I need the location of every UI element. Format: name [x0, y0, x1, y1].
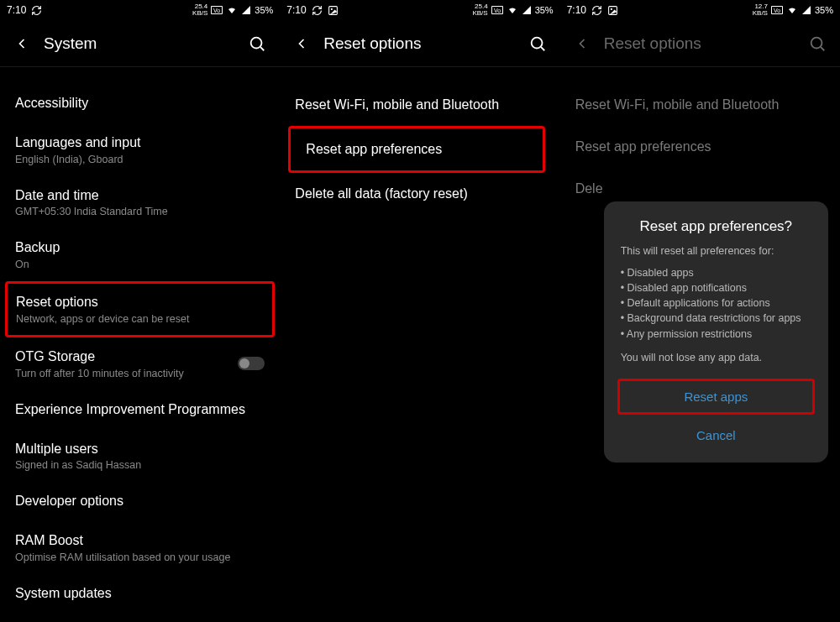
item-title: Reset Wi-Fi, mobile and Bluetooth — [295, 97, 499, 112]
page-title: System — [44, 34, 234, 53]
item-title: OTG Storage — [15, 348, 184, 366]
item-subtitle: Network, apps or device can be reset — [16, 313, 264, 325]
item-developer-options[interactable]: Developer options — [0, 482, 280, 521]
item-subtitle: English (India), Gboard — [15, 154, 265, 165]
item-otg-storage[interactable]: OTG Storage Turn off after 10 minutes of… — [0, 337, 280, 390]
item-reset-options[interactable]: Reset options Network, apps or device ca… — [5, 281, 275, 337]
item-title: Reset app preferences — [306, 142, 442, 156]
dialog-note: You will not lose any app data. — [621, 352, 811, 363]
dialog-bullet: Default applications for actions — [621, 295, 811, 311]
item-subtitle: On — [15, 259, 265, 270]
item-title: Developer options — [15, 493, 265, 510]
item-backup[interactable]: Backup On — [0, 228, 280, 281]
svg-point-3 — [251, 37, 262, 48]
svg-line-18 — [821, 47, 824, 50]
item-system-updates[interactable]: System updates — [0, 574, 280, 614]
search-icon — [808, 34, 827, 53]
item-subtitle: Turn off after 10 minutes of inactivity — [15, 368, 184, 379]
back-icon — [574, 35, 591, 52]
panel-reset-options: 7:10 25.4KB/S Vo 35% Reset options Reset… — [280, 0, 559, 622]
item-title: Reset Wi-Fi, mobile and Bluetooth — [575, 97, 780, 112]
item-accessibility[interactable]: Accessibility — [0, 84, 280, 123]
battery-text: 35% — [815, 5, 833, 15]
item-title: Accessibility — [15, 95, 265, 112]
signal-icon — [801, 5, 811, 15]
wifi-icon — [507, 5, 518, 15]
svg-text:Vo: Vo — [494, 8, 501, 13]
panel-system: 7:10 25.4KB/S Vo 35% System Accessibilit… — [0, 0, 280, 622]
sync-icon — [591, 5, 602, 16]
otg-toggle[interactable] — [238, 357, 265, 370]
svg-point-13 — [611, 8, 612, 9]
status-time: 7:10 — [567, 4, 586, 16]
status-time: 7:10 — [286, 4, 306, 16]
item-title: System updates — [15, 585, 265, 603]
svg-text:Vo: Vo — [774, 8, 780, 13]
volte-icon: Vo — [771, 6, 783, 14]
search-icon[interactable] — [528, 34, 547, 53]
back-icon[interactable] — [293, 35, 310, 52]
back-icon[interactable] — [13, 35, 30, 52]
svg-point-6 — [330, 8, 332, 9]
status-bar: 7:10 12.7KB/S Vo 35% — [560, 0, 840, 20]
item-title: Backup — [15, 239, 265, 257]
item-experience-improvement[interactable]: Experience Improvement Programmes — [0, 390, 280, 430]
item-reset-app-preferences[interactable]: Reset app preferences — [288, 126, 544, 173]
item-subtitle: GMT+05:30 India Standard Time — [15, 206, 265, 217]
wifi-icon — [226, 5, 238, 15]
header-reset-dimmed: Reset options — [560, 20, 840, 67]
item-title: RAM Boost — [15, 532, 265, 550]
dialog-bullet: Background data restrictions for apps — [621, 311, 811, 326]
dialog-lead: This will reset all preferences for: — [621, 245, 811, 257]
item-subtitle: Signed in as Sadiq Hassan — [15, 459, 265, 471]
image-icon — [328, 5, 339, 16]
svg-text:Vo: Vo — [213, 8, 220, 13]
item-title: Reset options — [16, 294, 264, 311]
svg-point-10 — [531, 37, 542, 48]
image-icon — [607, 5, 618, 16]
page-title: Reset options — [604, 34, 795, 53]
dialog-heading: Reset app preferences? — [621, 218, 811, 235]
item-subtitle: Optimise RAM utilisation based on your u… — [15, 551, 265, 563]
sync-icon — [31, 5, 42, 16]
item-ram-boost[interactable]: RAM Boost Optimise RAM utilisation based… — [0, 521, 280, 574]
signal-icon — [522, 5, 532, 15]
dialog-bullet: Any permission restrictions — [621, 327, 811, 342]
item-title: Reset app preferences — [575, 139, 711, 154]
dialog-bullet: Disabled app notifications — [621, 280, 811, 295]
volte-icon: Vo — [211, 6, 223, 14]
page-title: Reset options — [323, 34, 514, 53]
dialog-bullet: Disabled apps — [621, 265, 811, 280]
svg-line-11 — [541, 47, 544, 50]
search-icon[interactable] — [248, 34, 266, 53]
svg-point-17 — [811, 37, 822, 48]
battery-text: 35% — [535, 5, 554, 15]
item-title: Date and time — [15, 187, 265, 205]
status-kbps: 25.4KB/S — [472, 3, 487, 17]
dialog-bullets: Disabled apps Disabled app notifications… — [621, 265, 811, 342]
reset-app-preferences-dialog: Reset app preferences? This will reset a… — [604, 201, 828, 463]
status-time: 7:10 — [7, 4, 26, 16]
status-kbps: 12.7KB/S — [753, 3, 768, 17]
status-bar: 7:10 25.4KB/S Vo 35% — [280, 0, 559, 20]
volte-icon: Vo — [491, 6, 503, 14]
item-title: Languages and input — [15, 134, 265, 152]
svg-line-4 — [260, 47, 264, 50]
button-label: Reset apps — [684, 389, 748, 404]
item-title: Dele — [575, 181, 603, 196]
reset-apps-button[interactable]: Reset apps — [617, 379, 815, 415]
item-multiple-users[interactable]: Multiple users Signed in as Sadiq Hassan — [0, 430, 280, 483]
header-reset: Reset options — [280, 20, 559, 67]
item-title: Delete all data (factory reset) — [295, 186, 467, 201]
reset-list-dimmed: Reset Wi-Fi, mobile and Bluetooth Reset … — [560, 67, 840, 210]
battery-text: 35% — [255, 5, 273, 15]
item-reset-wifi[interactable]: Reset Wi-Fi, mobile and Bluetooth — [280, 84, 559, 126]
cancel-button[interactable]: Cancel — [621, 420, 811, 451]
item-factory-reset[interactable]: Delete all data (factory reset) — [280, 173, 559, 215]
item-languages[interactable]: Languages and input English (India), Gbo… — [0, 123, 280, 176]
item-date-time[interactable]: Date and time GMT+05:30 India Standard T… — [0, 176, 280, 229]
settings-list: Accessibility Languages and input Englis… — [0, 67, 280, 614]
reset-list: Reset Wi-Fi, mobile and Bluetooth Reset … — [280, 67, 559, 215]
signal-icon — [241, 5, 251, 15]
button-label: Cancel — [696, 428, 736, 442]
